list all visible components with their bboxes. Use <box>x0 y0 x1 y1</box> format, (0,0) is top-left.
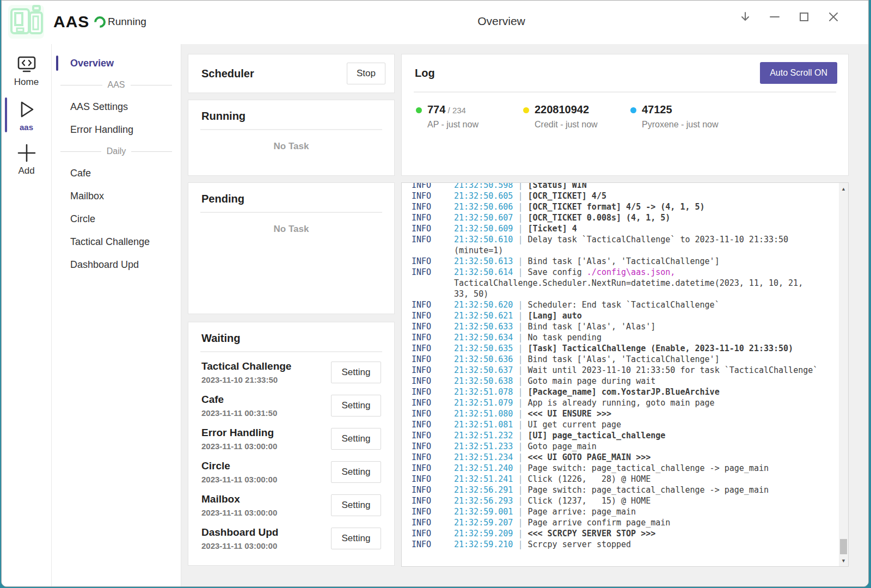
setting-button-cafe[interactable]: Setting <box>331 395 381 416</box>
log-timestamp: 21:32:50.606 <box>454 202 513 212</box>
desktop-background: AAS Running Overview <box>0 0 871 588</box>
nav-section-divider-aas: AAS <box>52 75 181 95</box>
scrollbar-thumb[interactable] <box>840 539 847 554</box>
log-timestamp: 21:32:56.293 <box>454 496 513 506</box>
divider-line <box>60 151 101 152</box>
log-timestamp: 21:32:51.240 <box>454 463 513 473</box>
log-timestamp: 21:32:50.607 <box>454 213 513 223</box>
plus-icon <box>16 143 38 163</box>
setting-button-circle[interactable]: Setting <box>331 461 381 483</box>
stop-button[interactable]: Stop <box>347 63 385 84</box>
nav-item-circle[interactable]: Circle <box>52 207 181 230</box>
waiting-task-row-tactical-challenge: Tactical Challenge2023-11-10 21:33:50Set… <box>201 356 381 389</box>
log-timestamp: 21:32:50.635 <box>454 344 513 353</box>
log-level: INFO <box>412 397 454 408</box>
waiting-task-info: Cafe2023-11-11 00:31:50 <box>201 394 277 418</box>
log-level: INFO <box>412 332 454 343</box>
rail-item-aas[interactable]: aas <box>2 99 51 132</box>
stat-value-row: 774 / 234 <box>427 103 479 116</box>
divider <box>200 129 382 130</box>
waiting-task-time: 2023-11-11 03:00:00 <box>201 475 277 484</box>
stat-value: 220810942 <box>535 103 589 115</box>
waiting-task-time: 2023-11-11 03:00:00 <box>201 508 277 517</box>
main-content: Scheduler Stop Running No Task Pending N… <box>181 44 868 586</box>
close-button[interactable] <box>827 10 840 23</box>
nav-item-dashboard-upd[interactable]: Dashboard Upd <box>52 253 181 276</box>
waiting-task-row-error-handling: Error Handling2023-11-11 03:00:00Setting <box>201 422 381 455</box>
setting-button-error-handling[interactable]: Setting <box>331 428 381 450</box>
log-timestamp: 21:32:56.291 <box>454 485 513 495</box>
log-level: INFO <box>412 539 454 550</box>
log-timestamp: 21:32:50.605 <box>454 191 513 201</box>
log-message-segment: Page switch: page_tactical_challenge -> … <box>527 463 769 473</box>
nav-item-tactical-challenge[interactable]: Tactical Challenge <box>52 230 181 253</box>
log-timestamp: 21:32:59.001 <box>454 507 513 517</box>
divider-line <box>131 151 172 152</box>
log-entry: INFO21:32:51.234 | <<< UI GOTO PAGE_MAIN… <box>412 452 820 463</box>
waiting-task-time: 2023-11-10 21:33:50 <box>201 375 291 384</box>
log-level: INFO <box>412 506 454 517</box>
log-separator: | <box>513 354 527 364</box>
log-card: Log Auto Scroll ON 774 / 234AP - just no… <box>401 54 849 176</box>
log-level: INFO <box>412 376 454 387</box>
log-message-segment: Goto page_main <box>527 442 596 451</box>
nav-item-error-handling[interactable]: Error Handling <box>52 118 181 141</box>
setting-button-dashboard-upd[interactable]: Setting <box>331 528 381 549</box>
log-timestamp: 21:32:50.620 <box>454 300 513 310</box>
nav-item-overview[interactable]: Overview <box>52 52 181 75</box>
waiting-task-row-circle: Circle2023-11-11 03:00:00Setting <box>201 455 381 488</box>
log-timestamp: 21:32:51.081 <box>454 420 513 430</box>
log-level: INFO <box>412 201 454 212</box>
pending-title: Pending <box>188 183 394 212</box>
log-entry: INFO21:32:50.613 | Bind task ['Alas', 'T… <box>412 256 820 267</box>
minimize-button[interactable] <box>768 10 781 23</box>
log-message-segment: Bind task ['Alas', 'TacticalChallenge'] <box>527 256 719 266</box>
download-update-button[interactable] <box>739 10 752 23</box>
log-timestamp: 21:32:59.210 <box>454 540 513 549</box>
log-level: INFO <box>412 387 454 397</box>
setting-button-tactical-challenge[interactable]: Setting <box>331 362 381 383</box>
log-separator: | <box>513 344 527 353</box>
log-timestamp: 21:32:50.636 <box>454 354 513 364</box>
log-separator: | <box>513 463 527 473</box>
log-timestamp: 21:32:50.638 <box>454 376 513 386</box>
log-entry: INFO21:32:59.210 | Scrcpy server stopped <box>412 539 820 550</box>
log-timestamp: 21:32:51.234 <box>454 452 513 462</box>
auto-scroll-button[interactable]: Auto Scroll ON <box>760 62 837 84</box>
nav-item-mailbox[interactable]: Mailbox <box>52 185 181 207</box>
log-separator: | <box>513 496 527 506</box>
log-separator: | <box>513 398 527 408</box>
setting-button-mailbox[interactable]: Setting <box>331 494 381 516</box>
rail-item-add[interactable]: Add <box>2 143 51 176</box>
log-level: INFO <box>412 495 454 506</box>
log-separator: | <box>513 387 527 397</box>
scroll-down-button[interactable]: ▼ <box>839 556 848 565</box>
nav-item-aas-settings[interactable]: AAS Settings <box>52 95 181 118</box>
running-empty-text: No Task <box>188 141 394 152</box>
log-message-segment: [OCR_TICKET] 4/5 <box>527 191 606 201</box>
scroll-up-button[interactable]: ▲ <box>839 184 848 193</box>
waiting-task-name: Dashboard Upd <box>201 526 278 538</box>
waiting-task-name: Tactical Challenge <box>201 360 291 372</box>
log-entry: INFO21:32:50.638 | Goto main page during… <box>412 376 820 387</box>
divider-line <box>60 85 102 85</box>
log-scrollbar[interactable]: ▲ ▼ <box>839 183 848 566</box>
log-entry: INFO21:32:50.610 | Delay task `TacticalC… <box>412 234 820 256</box>
log-level: INFO <box>412 430 454 441</box>
log-level: INFO <box>412 182 454 191</box>
stat-body: 220810942Credit - just now <box>535 103 598 130</box>
log-message-segment: Page arrive: page_main <box>527 507 636 517</box>
maximize-button[interactable] <box>798 10 811 23</box>
pending-card: Pending No Task <box>188 182 395 314</box>
nav-item-cafe[interactable]: Cafe <box>52 162 181 185</box>
log-timestamp: 21:32:51.241 <box>454 474 513 484</box>
rail-item-home[interactable]: Home <box>2 55 51 88</box>
nav-section-divider-daily: Daily <box>52 141 181 162</box>
log-timestamp: 21:32:50.633 <box>454 322 513 332</box>
divider-line <box>131 85 173 85</box>
log-panel[interactable]: INFO21:32:50.598 | [Status] WININFO21:32… <box>401 182 849 567</box>
log-message-segment: Click (1226, 28) @ HOME <box>527 474 651 484</box>
log-message-segment: Save config <box>527 267 586 277</box>
log-separator: | <box>513 442 527 451</box>
log-message-segment: Scheduler: End task `TacticalChallenge` <box>527 300 719 310</box>
